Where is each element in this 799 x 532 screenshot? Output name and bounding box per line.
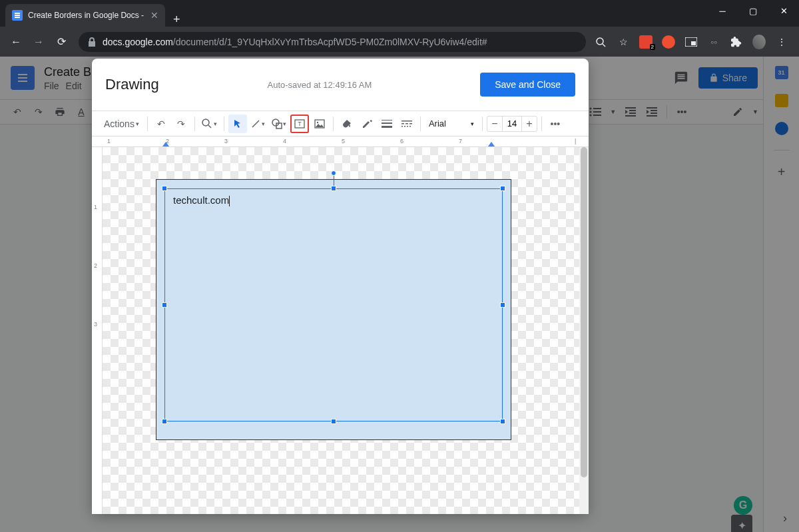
border-color-icon[interactable]: [358, 115, 376, 133]
extensions-puzzle-icon[interactable]: [730, 35, 743, 49]
more-options-icon[interactable]: •••: [546, 115, 565, 133]
svg-rect-39: [404, 126, 405, 127]
resize-handle-tm[interactable]: [331, 186, 336, 191]
zoom-icon[interactable]: ▾: [199, 115, 220, 133]
zoom-icon[interactable]: [594, 35, 607, 49]
drawing-toolbar: Actions ▾ ↶ ↷ ▾ ▾ ▾ T: [92, 111, 589, 136]
indent-left-marker[interactable]: [162, 142, 169, 146]
drawing-dialog: Drawing Auto-saved at 12:49:16 AM Save a…: [92, 59, 589, 514]
url-path: /document/d/1_9YUqHxlXvYmTrbsAcpfWD5-PM0…: [173, 37, 487, 47]
border-weight-icon[interactable]: [378, 115, 396, 133]
resize-handle-ml[interactable]: [162, 302, 167, 308]
browser-tab[interactable]: Create Borders in Google Docs - ✕: [5, 4, 165, 27]
url-domain: docs.google.com: [103, 37, 173, 47]
window-minimize[interactable]: ─: [707, 0, 738, 21]
resize-handle-bm[interactable]: [331, 419, 336, 424]
adblock-extension-icon[interactable]: [662, 35, 675, 49]
nav-reload-icon[interactable]: ⟳: [52, 33, 71, 51]
window-close[interactable]: ✕: [768, 0, 799, 21]
svg-rect-37: [409, 123, 412, 125]
resize-handle-bl[interactable]: [162, 419, 167, 424]
scrollbar-thumb[interactable]: [581, 147, 587, 477]
svg-text:T: T: [298, 121, 302, 127]
redo-icon[interactable]: ↷: [172, 115, 190, 133]
fill-color-icon[interactable]: [338, 115, 356, 133]
svg-point-0: [597, 38, 603, 45]
bookmark-star-icon[interactable]: ☆: [617, 35, 630, 49]
rotation-handle[interactable]: [331, 170, 336, 176]
svg-rect-31: [382, 120, 392, 121]
docs-favicon-icon: [12, 10, 23, 21]
font-size-decrease[interactable]: −: [487, 118, 502, 130]
save-and-close-button[interactable]: Save and Close: [480, 73, 575, 97]
resize-handle-mr[interactable]: [500, 302, 505, 308]
svg-rect-3: [691, 41, 696, 45]
rotation-line: [334, 174, 334, 186]
address-bar[interactable]: docs.google.com/document/d/1_9YUqHxlXvYm…: [79, 32, 586, 52]
svg-line-24: [252, 121, 259, 127]
dialog-title: Drawing: [105, 76, 159, 93]
resize-handle-br[interactable]: [500, 419, 505, 424]
svg-rect-33: [382, 126, 392, 128]
extension-icon[interactable]: ◦◦: [707, 35, 720, 49]
drawing-canvas[interactable]: techcult.com: [103, 147, 579, 514]
font-family-select[interactable]: Arial▾: [425, 115, 478, 133]
border-dash-icon[interactable]: [398, 115, 416, 133]
tab-close-icon[interactable]: ✕: [150, 10, 158, 21]
image-tool-icon[interactable]: [310, 115, 329, 133]
new-tab-button[interactable]: +: [165, 13, 188, 27]
svg-rect-34: [401, 121, 412, 122]
font-size-value[interactable]: 14: [502, 117, 522, 131]
text-content[interactable]: techcult.com: [173, 194, 230, 206]
font-size-control: − 14 +: [487, 116, 537, 132]
nav-back-icon[interactable]: ←: [7, 33, 25, 51]
svg-line-1: [603, 44, 605, 47]
text-box-tool-icon[interactable]: T: [290, 115, 309, 133]
svg-rect-36: [405, 123, 408, 125]
svg-rect-32: [382, 123, 392, 124]
pip-extension-icon[interactable]: [684, 35, 698, 49]
svg-point-30: [317, 121, 318, 123]
selection-outline[interactable]: techcult.com: [164, 188, 503, 421]
todoist-extension-icon[interactable]: 2: [639, 35, 653, 49]
svg-rect-38: [401, 126, 403, 127]
vertical-ruler[interactable]: 1 2 3: [92, 147, 103, 514]
undo-icon[interactable]: ↶: [152, 115, 170, 133]
lock-icon: [88, 37, 96, 47]
svg-line-23: [208, 125, 211, 128]
horizontal-ruler[interactable]: 1 2 3 4 5 6 7 |: [92, 136, 589, 147]
svg-rect-40: [407, 126, 408, 127]
actions-menu[interactable]: Actions ▾: [100, 115, 143, 133]
autosave-status: Auto-saved at 12:49:16 AM: [159, 80, 480, 90]
indent-right-marker[interactable]: [488, 142, 495, 146]
profile-avatar[interactable]: [752, 35, 766, 49]
select-tool-icon[interactable]: [228, 115, 247, 133]
font-size-increase[interactable]: +: [522, 118, 537, 130]
resize-handle-tr[interactable]: [500, 186, 505, 191]
nav-forward-icon[interactable]: →: [29, 33, 48, 51]
window-maximize[interactable]: ▢: [738, 0, 768, 21]
svg-rect-41: [409, 126, 411, 127]
browser-menu-icon[interactable]: ⋮: [775, 35, 788, 49]
tab-title: Create Borders in Google Docs -: [28, 11, 145, 20]
svg-point-25: [272, 119, 279, 126]
resize-handle-tl[interactable]: [162, 186, 167, 191]
line-tool-icon[interactable]: ▾: [248, 115, 268, 133]
shape-tool-icon[interactable]: ▾: [269, 115, 289, 133]
svg-point-22: [202, 119, 209, 126]
svg-rect-35: [401, 123, 404, 125]
